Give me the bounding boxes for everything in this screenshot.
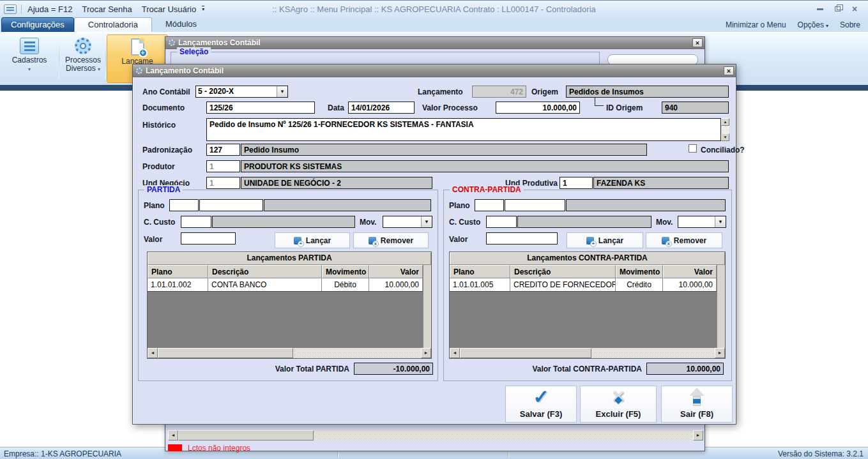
data-input[interactable]: 14/01/2026 [348, 102, 415, 114]
opcoes-link[interactable]: Opções▾ [798, 20, 828, 29]
lancamento-field: 472 [472, 86, 526, 98]
legend-text: Lctos não integros [188, 444, 250, 453]
col-plano[interactable]: Plano [450, 265, 510, 278]
combo-arrow-icon[interactable]: ▼ [715, 216, 726, 227]
scroll-down-icon[interactable]: ▼ [721, 133, 729, 141]
contrapartida-mov-combo[interactable]: ▼ [678, 216, 726, 228]
scrollbar-track[interactable] [314, 430, 693, 440]
close-icon[interactable]: × [849, 5, 860, 13]
scrollbar-track[interactable] [293, 348, 421, 358]
dialog-titlebar[interactable]: Lançamento Contábil × [133, 64, 736, 77]
scroll-left-icon[interactable]: ◄ [168, 430, 178, 440]
menu-trocar-usuario[interactable]: Trocar Usuário [142, 4, 196, 14]
contrapartida-ccusto-desc-field [517, 216, 651, 228]
excluir-button[interactable]: ×◆ Excluir (F5) [580, 386, 657, 423]
configuracoes-button[interactable]: Configurações [1, 17, 74, 32]
scrollbar-thumb[interactable] [460, 348, 591, 358]
combo-arrow-icon[interactable]: ▼ [277, 86, 287, 97]
salvar-label: Salvar (F3) [506, 409, 576, 419]
documento-input[interactable]: 125/26 [206, 102, 315, 114]
ano-contabil-label: Ano Contábil [142, 87, 190, 96]
bg-window-close-button[interactable]: × [692, 38, 703, 47]
scroll-up-icon[interactable]: ▲ [721, 118, 729, 126]
scroll-left-icon[interactable]: ◄ [148, 348, 158, 358]
sobre-link[interactable]: Sobre [840, 20, 860, 29]
id-origem-field: 940 [662, 102, 729, 114]
partida-grid-hscrollbar[interactable]: ◄ ► [148, 348, 431, 358]
produtor-label: Produtor [142, 162, 175, 171]
minimize-icon[interactable] [814, 5, 826, 13]
partida-grid: Lançamentos PARTIDA Plano Descrição Movi… [147, 252, 432, 359]
processos-diversos-button[interactable]: ProcessosDiversos ▾ [61, 34, 105, 83]
sair-button[interactable]: Sair (F8) [661, 386, 733, 423]
titlebar-separator [21, 4, 22, 14]
legend-row: Lctos não integros [168, 444, 250, 452]
scrollbar-track[interactable] [721, 126, 729, 133]
col-valor[interactable]: Valor [369, 265, 423, 278]
remove-entry-icon: x [662, 237, 669, 245]
contrapartida-plano-code2-input[interactable] [505, 199, 565, 211]
document-plus-icon: + [131, 38, 144, 56]
partida-plano-code2-input[interactable] [199, 199, 263, 211]
minimizar-menu-link[interactable]: Minimizar o Menu [726, 20, 786, 29]
tab-controladoria[interactable]: Controladoria [74, 17, 152, 32]
restore-icon[interactable] [832, 5, 843, 13]
und-negocio-code-input[interactable]: 1 [206, 177, 240, 189]
scroll-right-icon[interactable]: ► [421, 348, 431, 358]
contrapartida-grid-hscrollbar[interactable]: ◄ ► [450, 348, 725, 358]
contrapartida-grid-header[interactable]: Plano Descrição Movimento Valor [450, 265, 717, 278]
col-movimento[interactable]: Movimento [322, 265, 369, 278]
partida-grid-row[interactable]: 1.01.01.002 CONTA BANCO Débito 10.000,00 [148, 278, 423, 292]
scrollbar-thumb[interactable] [158, 348, 293, 358]
produtor-code-input[interactable]: 1 [206, 160, 240, 172]
dialog-close-button[interactable]: × [724, 66, 734, 75]
contrapartida-grid-row[interactable]: 1.01.01.005 CREDITO DE FORNECEDOR Crédit… [450, 278, 717, 292]
contrapartida-valor-input[interactable] [486, 232, 558, 245]
partida-plano-code-input[interactable] [169, 199, 199, 211]
partida-remover-button[interactable]: x Remover [353, 232, 429, 248]
menu-ajuda[interactable]: Ajuda = F12 [27, 4, 72, 14]
gear-icon [136, 68, 142, 74]
combo-arrow-icon[interactable]: ▼ [421, 216, 432, 227]
scrollbar-thumb[interactable] [178, 430, 314, 440]
padronizacao-code-input[interactable]: 127 [206, 144, 240, 156]
bg-window-titlebar[interactable]: Lançamentos Contábil × [165, 37, 704, 49]
contrapartida-ccusto-input[interactable] [486, 216, 517, 228]
quick-access-dropdown-icon[interactable]: ▾ [202, 6, 204, 12]
valor-label: Valor [144, 235, 162, 244]
bg-window-hscrollbar[interactable]: ◄ ► [168, 430, 703, 440]
scrollbar-track[interactable] [591, 348, 715, 358]
und-produtiva-code-input[interactable]: 1 [560, 177, 593, 189]
scroll-left-icon[interactable]: ◄ [450, 348, 460, 358]
partida-grid-header[interactable]: Plano Descrição Movimento Valor [148, 265, 423, 278]
partida-mov-combo[interactable]: ▼ [383, 216, 432, 228]
historico-scrollbar[interactable]: ▲ ▼ [721, 118, 729, 141]
valor-processo-input[interactable]: 10.000,00 [496, 102, 580, 114]
partida-ccusto-input[interactable] [181, 216, 211, 228]
col-movimento[interactable]: Movimento [616, 265, 663, 278]
menu-trocar-senha[interactable]: Trocar Senha [82, 4, 132, 14]
lancar-label: Lançar [598, 236, 623, 245]
col-descricao[interactable]: Descrição [510, 265, 616, 278]
tab-modulos[interactable]: Módulos [152, 17, 210, 32]
conciliado-checkbox[interactable] [689, 144, 697, 153]
partida-lancar-button[interactable]: + Lançar [275, 232, 350, 248]
contrapartida-grid-vscrollbar[interactable] [717, 265, 725, 348]
ano-contabil-combo[interactable]: 5 - 2020-X ▼ [195, 86, 288, 98]
scroll-right-icon[interactable]: ► [715, 348, 725, 358]
contrapartida-lancar-button[interactable]: + Lançar [567, 232, 643, 248]
col-plano[interactable]: Plano [148, 265, 208, 278]
cell-descricao: CONTA BANCO [208, 278, 322, 291]
scroll-right-icon[interactable]: ► [693, 430, 703, 440]
status-empresa: Empresa:: 1-KS AGROPECUARIA [4, 449, 121, 458]
contrapartida-remover-button[interactable]: x Remover [646, 232, 722, 248]
contrapartida-plano-code-input[interactable] [475, 199, 504, 211]
salvar-button[interactable]: ✓ Salvar (F3) [505, 386, 577, 423]
cadastros-button[interactable]: Cadastros▾ [3, 34, 56, 83]
partida-grid-vscrollbar[interactable] [423, 265, 431, 348]
partida-valor-input[interactable] [181, 232, 236, 245]
col-valor[interactable]: Valor [663, 265, 717, 278]
remover-label: Remover [674, 236, 706, 245]
col-descricao[interactable]: Descrição [208, 265, 322, 278]
historico-textarea[interactable]: Pedido de Insumo Nº 125/26 1-FORNECEDOR … [206, 118, 721, 141]
